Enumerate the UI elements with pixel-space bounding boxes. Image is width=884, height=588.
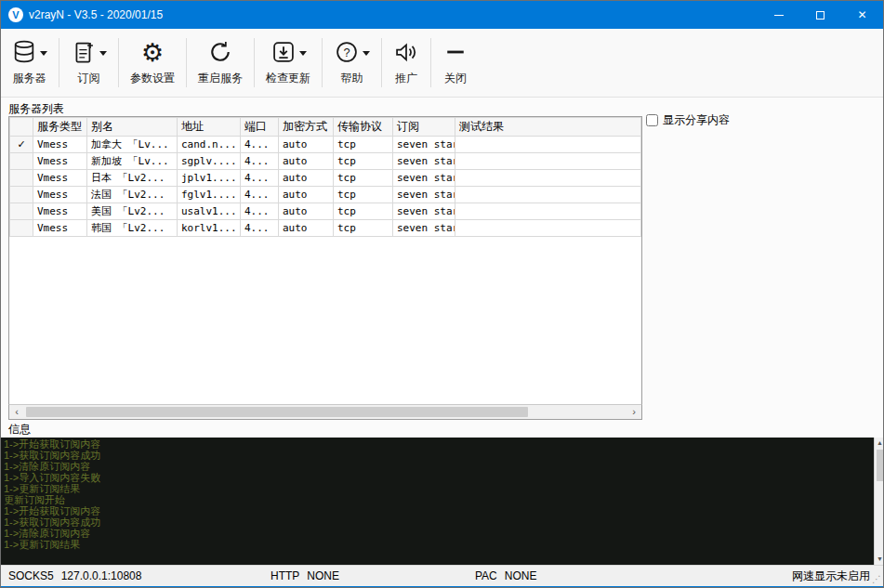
close-icon: ✕ bbox=[857, 9, 866, 20]
http-value: NONE bbox=[307, 569, 339, 582]
scroll-right-icon[interactable]: › bbox=[627, 405, 641, 419]
log-line: 1->清除原订阅内容 bbox=[4, 528, 871, 539]
settings-button[interactable]: ⚙ 参数设置 bbox=[122, 33, 183, 93]
servers-button[interactable]: 服务器 bbox=[3, 33, 56, 93]
cell-type: Vmess bbox=[33, 187, 87, 203]
promote-button[interactable]: 推广 bbox=[385, 33, 428, 93]
table-row[interactable]: Vmess 日本 「Lv2... jplv1.... 4... auto tcp… bbox=[10, 170, 641, 187]
cell-address: sgplv.... bbox=[178, 153, 241, 170]
log-line: 1->开始获取订阅内容 bbox=[4, 438, 871, 450]
row-indicator bbox=[10, 153, 33, 170]
scrollbar-track[interactable] bbox=[24, 405, 627, 419]
col-service-type[interactable]: 服务类型 bbox=[33, 118, 87, 137]
maximize-icon bbox=[816, 11, 825, 20]
cell-subscription: seven star bbox=[393, 203, 455, 220]
table-row[interactable]: Vmess 美国 「Lv2... usalv1... 4... auto tcp… bbox=[10, 203, 641, 220]
close-app-button[interactable]: 关闭 bbox=[434, 33, 477, 93]
info-label: 信息 bbox=[8, 422, 31, 438]
pac-value: NONE bbox=[505, 569, 537, 582]
show-share-checkbox-row[interactable]: 显示分享内容 bbox=[646, 112, 730, 128]
cell-subscription: seven star bbox=[393, 170, 455, 187]
restart-service-button[interactable]: 重启服务 bbox=[190, 33, 251, 93]
col-transport[interactable]: 传输协议 bbox=[334, 118, 393, 137]
socks-value: 127.0.0.1:10808 bbox=[61, 569, 142, 582]
maximize-button[interactable] bbox=[799, 1, 841, 29]
cell-transport: tcp bbox=[334, 187, 393, 203]
help-button[interactable]: ? 帮助 bbox=[325, 33, 378, 93]
cell-port: 4... bbox=[241, 203, 279, 220]
col-subscription[interactable]: 订阅 bbox=[393, 118, 455, 137]
socks-label: SOCKS5 bbox=[8, 569, 54, 582]
toolbar: 服务器 订阅 ⚙ 参数设置 bbox=[1, 29, 883, 98]
show-share-checkbox[interactable] bbox=[646, 114, 658, 126]
scrollbar-thumb[interactable] bbox=[877, 450, 884, 481]
row-indicator bbox=[10, 170, 33, 187]
cell-transport: tcp bbox=[334, 137, 393, 153]
close-app-button-label: 关闭 bbox=[444, 71, 467, 86]
scrollbar-thumb[interactable] bbox=[26, 407, 528, 417]
console-vertical-scrollbar[interactable]: ▲ ▼ bbox=[874, 438, 884, 565]
table-row[interactable]: Vmess 法国 「Lv2... fglv1.... 4... auto tcp… bbox=[10, 187, 641, 203]
resize-grip-icon[interactable]: ⋰ bbox=[872, 574, 881, 584]
cell-subscription: seven star bbox=[393, 137, 455, 153]
scrollbar-track[interactable] bbox=[875, 449, 884, 554]
cell-type: Vmess bbox=[33, 220, 87, 237]
chevron-down-icon bbox=[40, 51, 47, 56]
window-title: v2rayN - V3.5 - 2020/01/15 bbox=[29, 8, 163, 21]
log-line: 1->更新订阅结果 bbox=[4, 539, 871, 550]
scroll-down-icon[interactable]: ▼ bbox=[877, 554, 883, 565]
app-logo-icon: V bbox=[8, 7, 23, 22]
table-row[interactable]: Vmess 韩国 「Lv2... korlv1... 4... auto tcp… bbox=[10, 220, 641, 237]
cell-transport: tcp bbox=[334, 170, 393, 187]
cell-port: 4... bbox=[241, 153, 279, 170]
cell-port: 4... bbox=[241, 220, 279, 237]
dash-icon bbox=[442, 39, 468, 65]
cell-test-result bbox=[455, 153, 641, 170]
toolbar-separator bbox=[254, 38, 255, 87]
col-test-result[interactable]: 测试结果 bbox=[455, 118, 641, 137]
servers-button-label: 服务器 bbox=[13, 71, 46, 86]
col-security[interactable]: 加密方式 bbox=[279, 118, 334, 137]
grid-horizontal-scrollbar[interactable]: ‹ › bbox=[8, 404, 642, 420]
restart-service-button-label: 重启服务 bbox=[198, 71, 243, 86]
cell-test-result bbox=[455, 170, 641, 187]
cell-security: auto bbox=[279, 137, 334, 153]
toolbar-separator bbox=[381, 38, 382, 87]
speed-display-toggle[interactable]: 网速显示未启用 bbox=[792, 568, 870, 584]
scroll-left-icon[interactable]: ‹ bbox=[9, 405, 24, 419]
log-console: 1->开始获取订阅内容 1->获取订阅内容成功 1->清除原订阅内容 1->导入… bbox=[1, 438, 874, 565]
minimize-button[interactable] bbox=[758, 1, 799, 29]
row-indicator: ✓ bbox=[10, 137, 33, 153]
cell-type: Vmess bbox=[33, 137, 87, 153]
promote-button-label: 推广 bbox=[395, 71, 417, 86]
pac-status: PAC NONE bbox=[475, 569, 772, 582]
cell-security: auto bbox=[279, 220, 334, 237]
settings-button-label: 参数设置 bbox=[130, 71, 175, 86]
cell-port: 4... bbox=[241, 170, 279, 187]
check-update-button[interactable]: 检查更新 bbox=[257, 33, 319, 93]
table-row[interactable]: Vmess 新加坡 「Lv... sgplv.... 4... auto tcp… bbox=[10, 153, 641, 170]
cell-address: cand.n... bbox=[178, 137, 241, 153]
cell-test-result bbox=[455, 187, 641, 203]
statusbar: SOCKS5 127.0.0.1:10808 HTTP NONE PAC NON… bbox=[1, 565, 883, 586]
server-list-grid: 服务类型 别名 地址 端口 加密方式 传输协议 订阅 测试结果 ✓ Vmess … bbox=[8, 116, 642, 404]
close-button[interactable]: ✕ bbox=[841, 1, 883, 29]
col-port[interactable]: 端口 bbox=[241, 118, 279, 137]
scroll-up-icon[interactable]: ▲ bbox=[877, 438, 883, 449]
http-status: HTTP NONE bbox=[270, 569, 475, 582]
subscription-button[interactable]: 订阅 bbox=[62, 33, 115, 93]
titlebar[interactable]: V v2rayN - V3.5 - 2020/01/15 ✕ bbox=[1, 1, 883, 29]
cell-test-result bbox=[455, 203, 641, 220]
cell-transport: tcp bbox=[334, 203, 393, 220]
col-row-selector[interactable] bbox=[10, 118, 33, 137]
show-share-checkbox-label: 显示分享内容 bbox=[663, 112, 730, 128]
cell-alias: 新加坡 「Lv... bbox=[87, 153, 178, 170]
megaphone-icon bbox=[393, 39, 419, 65]
table-row[interactable]: ✓ Vmess 加拿大 「Lv... cand.n... 4... auto t… bbox=[10, 137, 641, 153]
gear-icon: ⚙ bbox=[141, 40, 164, 65]
help-icon: ? bbox=[334, 39, 360, 65]
col-address[interactable]: 地址 bbox=[178, 118, 241, 137]
col-alias[interactable]: 别名 bbox=[87, 118, 178, 137]
cell-type: Vmess bbox=[33, 203, 87, 220]
cell-security: auto bbox=[279, 187, 334, 203]
